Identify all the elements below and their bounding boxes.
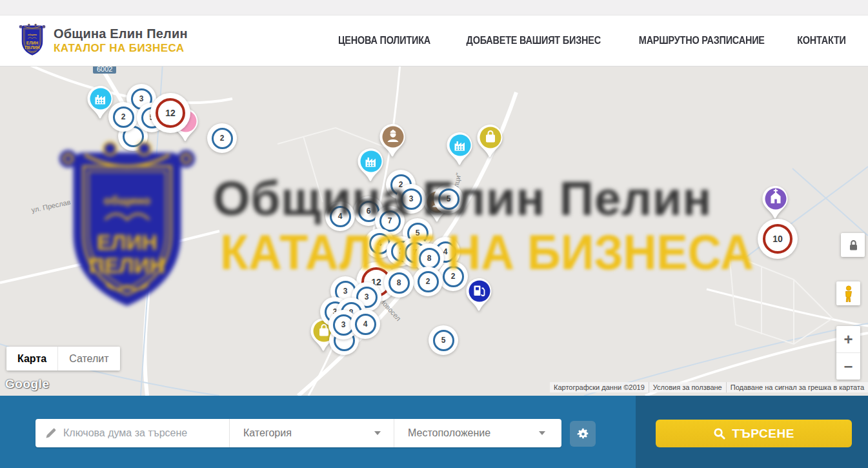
map-cluster-marker[interactable]: 8 (384, 268, 414, 298)
attribution-report-error-link[interactable]: Подаване на сигнал за грешка в картата (726, 382, 868, 392)
pencil-icon (45, 427, 57, 440)
nav-add-your-business[interactable]: ДОБАВЕТЕ ВАШИЯТ БИЗНЕС (467, 35, 601, 46)
keyword-search-input[interactable] (63, 427, 220, 439)
google-map[interactable]: 6002 ул. Преслав лци" бул. „Новосел (0, 66, 868, 396)
main-nav: ЦЕНОВА ПОЛИТИКА ДОБАВЕТЕ ВАШИЯТ БИЗНЕС М… (333, 35, 850, 46)
header: общино ЕЛИН ПЕЛИН Община Елин Пелин КАТА… (0, 15, 868, 66)
keyword-field-wrap (35, 419, 229, 447)
map-type-satellite-button[interactable]: Сателит (57, 347, 119, 371)
category-select[interactable]: Категория (229, 419, 394, 447)
svg-text:ЕЛИН: ЕЛИН (26, 41, 39, 45)
nav-route-schedule[interactable]: МАРШРУТНО РАЗПИСАНИЕ (638, 35, 764, 46)
markers-layer: 32512223564754274822128333834510 (0, 66, 868, 396)
map-pin-marker-church[interactable] (761, 185, 791, 222)
map-cluster-marker[interactable]: 5 (434, 184, 463, 214)
search-button-label: ТЪРСЕНЕ (732, 427, 794, 441)
advanced-search-settings-button[interactable] (570, 421, 596, 447)
site-subtitle: КАТАЛОГ НА БИЗНЕСА (54, 42, 188, 55)
chevron-down-icon (539, 431, 545, 435)
search-bar: Категория Местоположение (35, 419, 561, 447)
svg-text:ПЕЛИН: ПЕЛИН (25, 45, 40, 50)
location-select-label: Местоположение (403, 427, 490, 439)
zoom-control: + − (836, 326, 860, 380)
map-pin-marker-factory[interactable] (356, 148, 386, 185)
category-select-label: Категория (239, 427, 292, 439)
zoom-in-button[interactable]: + (836, 326, 860, 353)
location-select[interactable]: Местоположение (394, 419, 558, 447)
map-cluster-marker[interactable]: 3 (396, 184, 426, 214)
map-cluster-marker[interactable]: 10 (758, 219, 798, 259)
brand[interactable]: общино ЕЛИН ПЕЛИН Община Елин Пелин КАТА… (18, 22, 188, 59)
map-cluster-marker[interactable]: 2 (413, 267, 443, 296)
attribution-map-data: Картографски данни ©2019 (550, 382, 649, 392)
map-cluster-marker[interactable]: 2 (108, 102, 138, 132)
map-attribution: Картографски данни ©2019 Условия за полз… (550, 382, 868, 392)
gear-icon (576, 427, 590, 441)
search-icon (713, 427, 725, 440)
google-logo[interactable]: Google (5, 377, 49, 391)
map-cluster-marker[interactable]: 2 (207, 123, 237, 153)
top-strip (0, 0, 868, 15)
map-cluster-marker[interactable]: 4 (325, 201, 355, 231)
map-cluster-marker[interactable]: 2 (438, 261, 468, 291)
zoom-out-button[interactable]: − (836, 353, 860, 380)
lock-button[interactable] (841, 233, 865, 257)
search-footer: Категория Местоположение ТЪРСЕНЕ (0, 396, 868, 468)
site-title: Община Елин Пелин (54, 26, 188, 41)
pegman-icon (841, 285, 856, 303)
map-pin-marker-fuel[interactable] (465, 278, 494, 314)
attribution-terms-link[interactable]: Условия за ползване (649, 382, 726, 392)
map-pin-marker-factory[interactable] (445, 132, 475, 168)
street-view-pegman-button[interactable] (836, 281, 860, 305)
map-cluster-marker[interactable]: 5 (429, 325, 458, 355)
chevron-down-icon (374, 431, 381, 435)
map-cluster-marker[interactable]: 12 (150, 93, 190, 133)
search-submit-button[interactable]: ТЪРСЕНЕ (656, 420, 852, 447)
map-type-map-button[interactable]: Карта (6, 347, 57, 371)
map-type-control: Карта Сателит (6, 347, 120, 371)
municipality-crest-logo: общино ЕЛИН ПЕЛИН (18, 22, 46, 59)
nav-contacts[interactable]: КОНТАКТИ (797, 35, 846, 46)
nav-pricing-policy[interactable]: ЦЕНОВА ПОЛИТИКА (338, 35, 430, 46)
svg-text:общино: общино (28, 34, 37, 36)
map-pin-marker-bag[interactable] (476, 124, 505, 161)
map-cluster-marker[interactable]: 4 (350, 309, 380, 339)
lock-icon (845, 238, 861, 253)
